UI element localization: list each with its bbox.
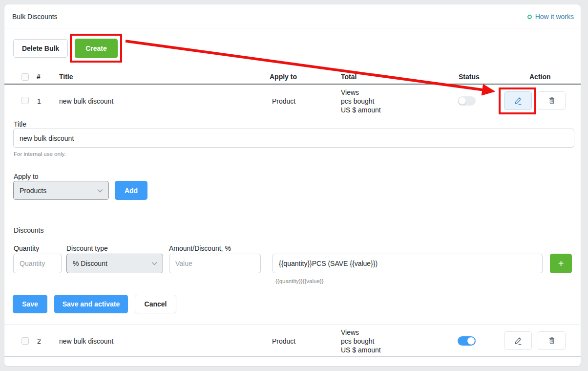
- trash-icon: [548, 97, 556, 105]
- quantity-label: Quantity: [14, 244, 39, 252]
- trash-icon: [548, 337, 556, 345]
- save-and-activate-button[interactable]: Save and activate: [54, 295, 128, 313]
- row-title: new bulk discount: [59, 337, 113, 345]
- toggle-knob: [467, 337, 475, 345]
- how-it-works-label: How it works: [535, 13, 574, 21]
- column-header-apply-to: Apply to: [270, 73, 297, 81]
- amount-label: Amount/Discount, %: [169, 244, 231, 252]
- row-checkbox[interactable]: [21, 97, 29, 104]
- status-toggle[interactable]: [458, 96, 476, 106]
- apply-to-select[interactable]: Products: [13, 181, 109, 200]
- save-button[interactable]: Save: [13, 295, 47, 313]
- title-label: Title: [14, 120, 26, 128]
- total-line: pcs bought: [341, 97, 381, 106]
- page-title: Bulk Discounts: [12, 13, 58, 21]
- pencil-icon: [514, 337, 522, 345]
- toggle-knob: [459, 97, 466, 105]
- row-title: new bulk discount: [59, 97, 113, 105]
- column-header-total: Total: [341, 73, 357, 81]
- total-line: Views: [341, 328, 381, 337]
- discounts-heading: Discounts: [14, 226, 43, 234]
- save-label: Save: [22, 300, 38, 308]
- status-toggle[interactable]: [458, 336, 476, 346]
- delete-bulk-button[interactable]: Delete Bulk: [13, 39, 68, 58]
- create-button[interactable]: Create: [75, 39, 118, 58]
- save-and-activate-label: Save and activate: [63, 300, 120, 308]
- row-apply-to: Product: [272, 97, 295, 105]
- discount-type-select[interactable]: % Discount: [66, 254, 163, 273]
- column-header-status: Status: [459, 73, 480, 81]
- column-header-number: #: [37, 73, 41, 81]
- discount-type-label: Discount type: [66, 244, 108, 252]
- how-it-works-link[interactable]: How it works: [527, 13, 574, 21]
- apply-to-select-value: Products: [20, 187, 46, 195]
- template-help-text: {{quantity}}{{value}}: [275, 278, 324, 284]
- select-all-checkbox[interactable]: [21, 73, 29, 81]
- title-help-text: For internal use only.: [14, 151, 66, 157]
- add-button[interactable]: Add: [115, 181, 147, 200]
- add-discount-row-button[interactable]: +: [550, 254, 572, 273]
- chevron-down-icon: [151, 262, 157, 265]
- total-line: pcs bought: [341, 337, 381, 346]
- cancel-button[interactable]: Cancel: [135, 295, 176, 313]
- row-apply-to: Product: [272, 337, 295, 345]
- amount-input[interactable]: [169, 254, 261, 273]
- column-header-action: Action: [529, 73, 551, 81]
- delete-button[interactable]: [538, 91, 566, 110]
- ring-circle-icon: [527, 15, 532, 19]
- bulk-discounts-card: Bulk Discounts How it works Delete Bulk …: [4, 4, 581, 367]
- row-total: Views pcs bought US $ amount: [341, 328, 381, 354]
- total-line: US $ amount: [341, 346, 381, 354]
- edit-button[interactable]: [504, 331, 532, 350]
- row-checkbox[interactable]: [21, 337, 29, 345]
- create-label: Create: [85, 44, 107, 52]
- delete-bulk-label: Delete Bulk: [22, 44, 59, 52]
- delete-button[interactable]: [538, 331, 566, 350]
- chevron-down-icon: [97, 189, 103, 193]
- apply-to-label: Apply to: [14, 173, 39, 180]
- total-line: Views: [341, 88, 381, 97]
- title-input[interactable]: [13, 129, 574, 148]
- pencil-icon: [514, 97, 522, 105]
- add-label: Add: [125, 187, 138, 195]
- cancel-label: Cancel: [145, 300, 167, 308]
- edit-button[interactable]: [504, 91, 532, 110]
- total-line: US $ amount: [341, 106, 381, 114]
- plus-icon: +: [558, 258, 564, 269]
- row-divider: [4, 356, 581, 357]
- column-header-title: Title: [59, 73, 73, 81]
- card-header: Bulk Discounts How it works: [4, 4, 581, 28]
- quantity-input[interactable]: [13, 254, 62, 273]
- display-template-input[interactable]: [273, 254, 543, 273]
- row-divider: [4, 325, 581, 325]
- table-header-divider: [4, 84, 581, 85]
- row-number: 1: [37, 97, 41, 105]
- row-number: 2: [37, 337, 41, 345]
- row-total: Views pcs bought US $ amount: [341, 88, 381, 114]
- discount-type-select-value: % Discount: [73, 260, 107, 267]
